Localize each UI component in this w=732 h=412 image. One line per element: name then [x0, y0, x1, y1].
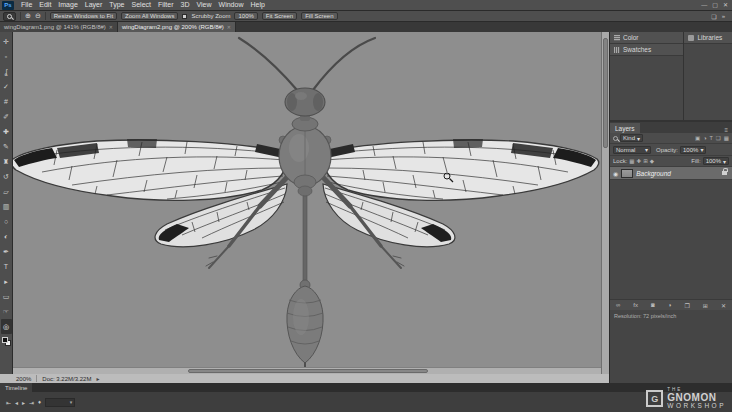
- color-panel-tab[interactable]: Color: [610, 32, 683, 44]
- foreground-color-swatch[interactable]: [2, 337, 8, 343]
- shape-tool[interactable]: ▭: [1, 289, 12, 304]
- chevron-down-icon: ▾: [637, 135, 640, 142]
- zoom-level-field[interactable]: 200%: [16, 376, 31, 382]
- first-frame-icon[interactable]: ⇤: [6, 399, 11, 406]
- layers-tab[interactable]: Layers: [610, 123, 640, 133]
- fill-screen-button[interactable]: Fill Screen: [301, 12, 337, 20]
- lock-all-icon[interactable]: ◆: [650, 158, 654, 164]
- vertical-scrollbar-thumb[interactable]: [603, 38, 608, 148]
- pen-tool[interactable]: ✒: [1, 244, 12, 259]
- tab-wingdiagram2[interactable]: wingDiagram2.png @ 200% (RGB/8#) ✕: [118, 22, 236, 32]
- filter-smart-object-icon[interactable]: ▦: [724, 135, 729, 141]
- brush-tool[interactable]: ✎: [1, 139, 12, 154]
- scrubby-zoom-checkbox[interactable]: [182, 14, 187, 19]
- overflow-icon[interactable]: »: [722, 13, 725, 20]
- fit-screen-button[interactable]: Fit Screen: [262, 12, 297, 20]
- menu-filter[interactable]: Filter: [155, 0, 177, 10]
- menu-edit[interactable]: Edit: [36, 0, 54, 10]
- color-swatches[interactable]: [2, 337, 11, 346]
- marquee-tool[interactable]: ▫: [1, 49, 12, 64]
- zoom-in-icon[interactable]: ⊕: [25, 12, 31, 20]
- layer-filter-kind-dropdown[interactable]: Kind ▾: [620, 134, 643, 142]
- tab-close-icon[interactable]: ✕: [109, 24, 113, 30]
- minimize-icon[interactable]: —: [701, 0, 707, 10]
- timeline-body: ⇤ ◂ ▸ ⇥ ♦ ▾: [0, 392, 732, 412]
- lasso-tool[interactable]: ʆ: [1, 64, 12, 79]
- menu-3d[interactable]: 3D: [178, 0, 193, 10]
- menu-image[interactable]: Image: [55, 0, 80, 10]
- photoshop-logo[interactable]: Ps: [2, 1, 14, 10]
- previous-frame-icon[interactable]: ◂: [15, 399, 18, 406]
- next-frame-icon[interactable]: ⇥: [29, 399, 34, 406]
- swatches-panel-tab[interactable]: Swatches: [610, 44, 683, 56]
- window-controls: — ▢ ✕: [701, 0, 732, 10]
- fill-dropdown[interactable]: 100% ▾: [703, 157, 729, 165]
- filter-type-icon[interactable]: T: [709, 135, 712, 141]
- move-tool[interactable]: ✛: [1, 34, 12, 49]
- layer-name[interactable]: Background: [636, 170, 719, 177]
- layer-row-background[interactable]: ◉ Background: [610, 167, 732, 180]
- horizontal-scrollbar[interactable]: [13, 367, 601, 374]
- kind-label: Kind: [623, 135, 635, 141]
- hand-tool[interactable]: ☞: [1, 304, 12, 319]
- dodge-tool[interactable]: ◐: [1, 229, 12, 244]
- opacity-value: 100%: [683, 147, 698, 153]
- type-tool[interactable]: T: [1, 259, 12, 274]
- close-icon[interactable]: ✕: [723, 0, 728, 10]
- eraser-tool[interactable]: ▱: [1, 184, 12, 199]
- layer-group-icon[interactable]: ❐: [684, 302, 689, 309]
- status-options-arrow-icon[interactable]: ▸: [96, 375, 99, 382]
- workspace-icon[interactable]: ❏: [711, 13, 716, 20]
- quick-selection-tool[interactable]: ✓: [1, 79, 12, 94]
- libraries-panel-tab[interactable]: Libraries: [684, 32, 732, 44]
- menu-window[interactable]: Window: [216, 0, 247, 10]
- menu-select[interactable]: Select: [129, 0, 154, 10]
- lock-transparent-icon[interactable]: ▦: [629, 158, 634, 164]
- timeline-tab[interactable]: Timeline: [0, 383, 32, 392]
- delete-layer-icon[interactable]: ✕: [721, 302, 726, 309]
- menu-help[interactable]: Help: [247, 0, 267, 10]
- new-layer-icon[interactable]: ⊞: [703, 302, 708, 309]
- eyedropper-tool[interactable]: ✐: [1, 109, 12, 124]
- zoom-all-windows-button[interactable]: Zoom All Windows: [121, 12, 178, 20]
- menu-layer[interactable]: Layer: [82, 0, 106, 10]
- lock-label: Lock:: [613, 158, 627, 164]
- menu-view[interactable]: View: [194, 0, 215, 10]
- horizontal-scrollbar-thumb[interactable]: [188, 369, 428, 373]
- gradient-tool[interactable]: ▥: [1, 199, 12, 214]
- history-brush-tool[interactable]: ↺: [1, 169, 12, 184]
- adjustment-layer-icon[interactable]: ◑: [668, 302, 672, 308]
- blur-tool[interactable]: ○: [1, 214, 12, 229]
- maximize-icon[interactable]: ▢: [712, 0, 718, 10]
- opacity-dropdown[interactable]: 100% ▾: [680, 146, 706, 154]
- zoom-tool-preset[interactable]: [3, 12, 16, 21]
- layer-thumbnail[interactable]: [621, 169, 633, 178]
- resize-windows-button[interactable]: Resize Windows to Fit: [50, 12, 117, 20]
- tab-close-icon[interactable]: ✕: [227, 24, 231, 30]
- play-icon[interactable]: ▸: [22, 399, 25, 406]
- lock-artboard-icon[interactable]: ⊞: [643, 158, 648, 164]
- path-selection-tool[interactable]: ▸: [1, 274, 12, 289]
- document-canvas[interactable]: [13, 32, 601, 367]
- lock-position-icon[interactable]: ✚: [637, 158, 642, 164]
- zoom-tool[interactable]: ◎: [1, 319, 12, 334]
- filter-pixel-icon[interactable]: ▣: [695, 135, 700, 141]
- healing-brush-tool[interactable]: ✚: [1, 124, 12, 139]
- link-layers-icon[interactable]: ∞: [616, 302, 620, 308]
- timeline-options-dropdown[interactable]: ▾: [45, 398, 75, 407]
- filter-shape-icon[interactable]: ❏: [716, 135, 721, 141]
- menu-type[interactable]: Type: [106, 0, 127, 10]
- layer-mask-icon[interactable]: ◙: [651, 302, 655, 308]
- filter-adjustment-icon[interactable]: ◑: [703, 135, 706, 141]
- menu-file[interactable]: File: [18, 0, 35, 10]
- tab-wingdiagram1[interactable]: wingDiagram1.png @ 141% (RGB/8#) ✕: [0, 22, 118, 32]
- vertical-scrollbar[interactable]: [601, 32, 609, 374]
- layer-style-icon[interactable]: fx: [633, 302, 638, 308]
- layer-visibility-icon[interactable]: ◉: [613, 170, 618, 177]
- keyframe-icon[interactable]: ♦: [38, 399, 41, 405]
- blend-mode-dropdown[interactable]: Normal ▾: [613, 146, 651, 154]
- clone-stamp-tool[interactable]: ♜: [1, 154, 12, 169]
- zoom-out-icon[interactable]: ⊖: [35, 12, 41, 20]
- zoom-100-button[interactable]: 100%: [234, 12, 257, 20]
- crop-tool[interactable]: #: [1, 94, 12, 109]
